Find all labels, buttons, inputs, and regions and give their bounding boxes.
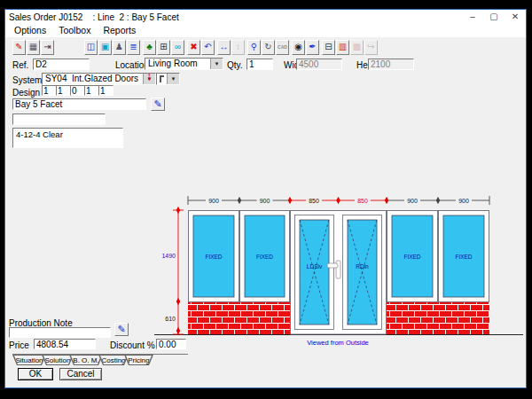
menu-options[interactable]: Options xyxy=(8,24,52,37)
toolbar-group-7: ⊟▥▩↪ xyxy=(322,40,379,55)
production-note-edit-button[interactable]: ✎ xyxy=(114,323,129,336)
minimize-button[interactable]: – xyxy=(462,11,483,24)
print-drawing-button[interactable]: ⊟ xyxy=(322,40,335,55)
zoom-button[interactable]: ⚲ xyxy=(247,40,261,55)
glazing-box[interactable]: 4-12-4 Clear xyxy=(12,128,123,148)
production-note-input[interactable] xyxy=(9,327,111,338)
title-bar[interactable]: Sales Order J0152 : Line 2 : Bay 5 Facet… xyxy=(5,10,526,24)
delete-line-button[interactable]: ✖ xyxy=(187,40,200,55)
search-binoculars-icon: ∞ xyxy=(175,43,181,51)
cad-export-icon: CAD xyxy=(278,45,287,50)
edit-note-button[interactable]: ✎ xyxy=(12,40,26,55)
menu-reports[interactable]: Reports xyxy=(97,24,142,37)
system-select[interactable]: SY04 Int.Glazed Doors ▼ xyxy=(42,73,156,85)
print-drawing-icon: ⊟ xyxy=(325,43,332,51)
description-input[interactable] xyxy=(12,98,146,110)
discount-input[interactable] xyxy=(156,339,186,349)
panel-label-door-right: RDin xyxy=(356,263,369,270)
design-input-1[interactable] xyxy=(42,85,57,96)
survey-sheet-button[interactable]: ≣ xyxy=(127,40,140,55)
menu-bar: Options Toolbox Reports xyxy=(5,24,526,37)
conservatory-designer-button[interactable]: ♣ xyxy=(143,40,156,55)
grid-view-button[interactable]: ▦ xyxy=(27,40,40,55)
dimension-vertical-icon: ↕ xyxy=(236,43,240,51)
window-designer-icon: ▣ xyxy=(101,43,109,51)
close-button[interactable]: ✕ xyxy=(505,11,526,24)
grid-view-icon: ▦ xyxy=(29,43,37,51)
door-section xyxy=(291,211,387,335)
panel-label-fixed-6: FIXED xyxy=(455,254,472,260)
save-drawing-icon: ▥ xyxy=(339,43,347,51)
price-input[interactable] xyxy=(34,339,96,349)
customer-details-icon: ♟ xyxy=(115,43,123,51)
drawing-pen-icon: ✒ xyxy=(309,43,316,51)
undo-button[interactable]: ↶ xyxy=(201,40,215,55)
search-binoculars-button[interactable]: ∞ xyxy=(171,40,184,55)
window-controls: – ▢ ✕ xyxy=(462,11,526,24)
system-label: System xyxy=(12,75,42,85)
design-drawing[interactable]: 900 900 850 850 900 900 1490 610 xyxy=(151,186,527,350)
dim-900-1: 900 xyxy=(208,198,219,204)
price-label: Price xyxy=(9,340,29,350)
toolbar-group-1: ◫▣♟≣ xyxy=(84,40,141,55)
rotate-view-button[interactable]: ↻ xyxy=(262,40,275,55)
delete-line-icon: ✖ xyxy=(190,43,197,51)
door-designer-button[interactable]: ◫ xyxy=(84,40,98,55)
dim-900-2: 900 xyxy=(260,198,270,204)
rotate-view-icon: ↻ xyxy=(264,43,271,51)
pencil-icon: ✎ xyxy=(117,324,125,335)
cancel-button[interactable]: Cancel xyxy=(59,368,102,380)
toolbar-group-2: ♣⊞∞ xyxy=(143,40,185,55)
brick-wall-left xyxy=(188,302,290,335)
height-input xyxy=(368,59,414,70)
door-designer-icon: ◫ xyxy=(87,43,95,51)
dim-900-4: 900 xyxy=(458,198,469,204)
exit-door-icon: ⇥ xyxy=(43,43,51,51)
report-unavailable-icon: ▩ xyxy=(353,43,361,51)
tab-pricing[interactable]: Pricing xyxy=(124,355,153,365)
edit-note-icon: ✎ xyxy=(15,43,22,51)
ok-button[interactable]: OK xyxy=(18,368,53,380)
note-input[interactable] xyxy=(12,113,106,125)
drawing-pen-button[interactable]: ✒ xyxy=(306,40,319,55)
export-unavailable-button: ↪ xyxy=(364,40,378,55)
frame-designer-button[interactable]: ⊞ xyxy=(157,40,170,55)
qty-label: Qty. xyxy=(227,60,243,70)
width-input xyxy=(296,59,342,70)
design-input-3[interactable] xyxy=(70,85,85,96)
pencil-icon: ✎ xyxy=(153,98,161,110)
dimension-horizontal-button[interactable]: ↔ xyxy=(217,40,231,55)
qty-input[interactable] xyxy=(246,59,273,70)
exit-door-button[interactable]: ⇥ xyxy=(41,40,54,55)
zoom-icon: ⚲ xyxy=(251,43,257,51)
frame-style-picker[interactable]: ▼ xyxy=(156,73,180,85)
chevron-down-icon[interactable]: ▼ xyxy=(167,74,179,84)
left-dimension-line: 1490 610 xyxy=(161,207,184,334)
design-input-4[interactable] xyxy=(84,85,99,96)
dim-900-3: 900 xyxy=(407,198,418,204)
cad-export-button[interactable]: CAD xyxy=(276,40,289,55)
ref-input[interactable] xyxy=(33,59,90,70)
design-input-5[interactable] xyxy=(98,85,113,96)
tab-strip: Situation Solution B. O. M. Costing Pric… xyxy=(12,355,153,365)
customer-details-button[interactable]: ♟ xyxy=(113,40,126,55)
panel-label-fixed-5: FIXED xyxy=(403,254,420,260)
toolbar-group-5: ⚲↻CAD xyxy=(247,40,290,55)
maximize-button[interactable]: ▢ xyxy=(483,11,505,24)
window-designer-button[interactable]: ▣ xyxy=(98,40,112,55)
conservatory-designer-icon: ♣ xyxy=(146,43,153,51)
export-unavailable-icon: ↪ xyxy=(367,43,374,51)
location-select[interactable]: Living Room ▼ xyxy=(145,58,223,70)
description-edit-button[interactable]: ✎ xyxy=(151,98,165,111)
toolbar-group-3: ✖↶ xyxy=(187,40,215,55)
save-drawing-button[interactable]: ▥ xyxy=(336,40,349,55)
dim-sill-610: 610 xyxy=(165,316,176,322)
menu-toolbox[interactable]: Toolbox xyxy=(52,24,97,37)
dimension-vertical-button: ↕ xyxy=(231,40,245,55)
panel-label-door-left: LDSlv xyxy=(307,263,323,270)
chevron-down-icon[interactable]: ▼ xyxy=(210,59,223,69)
design-input-2[interactable] xyxy=(56,85,71,96)
panel-label-fixed-1: FIXED xyxy=(205,254,222,260)
colour-palette-button[interactable]: ◉ xyxy=(292,40,305,55)
height-dimension-icon: ↕ xyxy=(146,70,153,82)
